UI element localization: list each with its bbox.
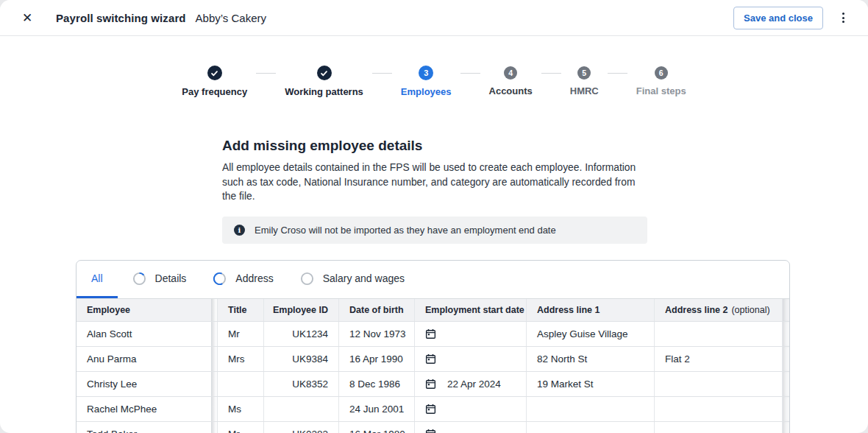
address-line-1-cell[interactable]: 19 Market St (527, 372, 655, 396)
check-icon (207, 66, 222, 80)
close-icon[interactable]: ✕ (19, 12, 35, 24)
col-date-of-birth: Date of birth (339, 299, 415, 321)
tab-label: Salary and wages (323, 272, 405, 284)
col-address-line-1: Address line 1 (527, 299, 655, 321)
title-cell[interactable] (218, 372, 264, 396)
step-number-badge: 4 (504, 66, 517, 80)
table-row: Todd Baker Mr UK0283 16 Mar 1980 (77, 421, 789, 433)
calendar-icon[interactable] (425, 429, 436, 433)
page-title: Payroll switching wizard (56, 12, 186, 24)
date-of-birth-cell[interactable]: 24 Jun 2001 (339, 397, 415, 421)
calendar-icon[interactable] (425, 353, 436, 365)
step-label: HMRC (570, 85, 599, 96)
date-of-birth-cell[interactable]: 8 Dec 1986 (339, 372, 415, 396)
table-header-row: Employee Title Employee ID Date of birth… (77, 298, 789, 321)
step-connector (608, 73, 627, 74)
date-of-birth-cell[interactable]: 16 Mar 1980 (339, 422, 415, 433)
step-connector (256, 73, 276, 74)
step-label: Pay frequency (182, 86, 247, 97)
tab-label: Address (235, 272, 273, 284)
address-line-2-cell[interactable] (655, 322, 783, 346)
step-label: Employees (401, 86, 452, 97)
employee-name-cell: Todd Baker (77, 422, 212, 433)
employment-start-date-cell[interactable] (415, 422, 527, 433)
check-icon (317, 66, 332, 80)
address-line-1-cell[interactable] (527, 397, 655, 421)
table-scroll-edge[interactable] (783, 347, 789, 371)
table-scroll-edge[interactable] (783, 372, 789, 396)
step-final-steps[interactable]: 6 Final steps (636, 66, 686, 96)
address-line-1-cell[interactable]: 82 North St (527, 347, 655, 371)
tab-address[interactable]: Address (213, 261, 273, 298)
col-address-line-2: Address line 2 (optional) (655, 299, 783, 321)
date-of-birth-cell[interactable]: 16 Apr 1990 (339, 347, 415, 371)
employee-id-cell[interactable] (264, 397, 339, 421)
calendar-icon[interactable] (425, 328, 436, 339)
step-pay-frequency[interactable]: Pay frequency (182, 66, 247, 97)
title-cell[interactable]: Mr (218, 422, 264, 433)
employment-start-date-cell[interactable] (415, 397, 527, 421)
title-cell[interactable]: Mr (218, 322, 264, 346)
step-hmrc[interactable]: 5 HMRC (570, 66, 599, 96)
step-number-badge: 3 (419, 66, 433, 80)
kebab-menu-icon[interactable] (838, 10, 849, 26)
progress-ring-icon (132, 272, 146, 286)
step-number-badge: 6 (655, 66, 668, 80)
calendar-icon[interactable] (425, 379, 436, 390)
address-line-1-cell[interactable] (527, 422, 655, 433)
wizard-stepper: Pay frequency Working patterns 3 Employe… (0, 66, 868, 97)
table-scroll-edge[interactable] (783, 397, 789, 421)
employment-start-date-cell[interactable] (415, 347, 527, 371)
employment-start-date-cell[interactable]: 22 Apr 2024 (415, 372, 527, 396)
payroll-wizard-window: ✕ Payroll switching wizard Abby’s Cakery… (0, 0, 868, 433)
step-label: Accounts (489, 85, 533, 96)
step-employees[interactable]: 3 Employees (401, 66, 452, 97)
table-scroll-edge[interactable] (783, 299, 789, 321)
table-scroll-edge[interactable] (783, 322, 789, 346)
address-line-2-cell[interactable] (655, 422, 783, 433)
save-and-close-button[interactable]: Save and close (733, 7, 823, 29)
intro-section: Add missing employee details All employe… (222, 138, 647, 244)
employee-id-cell[interactable]: UK0283 (264, 422, 339, 433)
employee-id-cell[interactable]: UK8352 (264, 372, 339, 396)
address-line-2-cell[interactable]: Flat 2 (655, 347, 783, 371)
step-accounts[interactable]: 4 Accounts (489, 66, 533, 96)
tab-bar: All Details Address (77, 261, 789, 298)
tab-all[interactable]: All (77, 261, 118, 298)
step-label: Final steps (636, 85, 686, 96)
address-line-1-cell[interactable]: Aspley Guise Village (527, 322, 655, 346)
address-line-2-cell[interactable] (655, 372, 783, 396)
tab-salary-and-wages[interactable]: Salary and wages (300, 261, 405, 298)
address-line-2-cell[interactable] (655, 397, 783, 421)
progress-ring-icon (300, 272, 314, 286)
employee-id-cell[interactable]: UK9384 (264, 347, 339, 371)
employee-name-cell: Anu Parma (77, 347, 212, 371)
calendar-icon[interactable] (425, 404, 436, 415)
date-of-birth-cell[interactable]: 12 Nov 1973 (339, 322, 415, 346)
table-row: Christy Lee UK8352 8 Dec 1986 22 Apr 202… (77, 371, 789, 396)
col-title: Title (218, 299, 264, 321)
employee-name-cell: Christy Lee (77, 372, 212, 396)
tab-details[interactable]: Details (132, 261, 187, 298)
employee-name-cell: Rachel McPhee (77, 397, 212, 421)
info-banner-text: Emily Croso will not be imported as they… (255, 225, 556, 236)
col-employee: Employee (77, 299, 212, 321)
table-row: Anu Parma Mrs UK9384 16 Apr 1990 82 Nort… (77, 346, 789, 371)
col-employee-id: Employee ID (264, 299, 339, 321)
table-row: Alan Scott Mr UK1234 12 Nov 1973 Aspley … (77, 321, 789, 346)
info-icon: i (234, 225, 245, 236)
section-description: All employee details contained in the FP… (222, 161, 647, 204)
employees-card: All Details Address (76, 260, 790, 433)
step-working-patterns[interactable]: Working patterns (285, 66, 363, 97)
table-scroll-edge[interactable] (783, 422, 789, 433)
sticky-column-shadow (212, 322, 218, 346)
employment-start-date-cell[interactable] (415, 322, 527, 346)
sticky-column-shadow (212, 397, 218, 421)
table-row: Rachel McPhee Ms 24 Jun 2001 (77, 396, 789, 421)
top-bar: ✕ Payroll switching wizard Abby’s Cakery… (0, 0, 868, 36)
employee-id-cell[interactable]: UK1234 (264, 322, 339, 346)
step-connector (541, 73, 561, 74)
title-cell[interactable]: Mrs (218, 347, 264, 371)
step-connector (460, 73, 480, 74)
title-cell[interactable]: Ms (218, 397, 264, 421)
